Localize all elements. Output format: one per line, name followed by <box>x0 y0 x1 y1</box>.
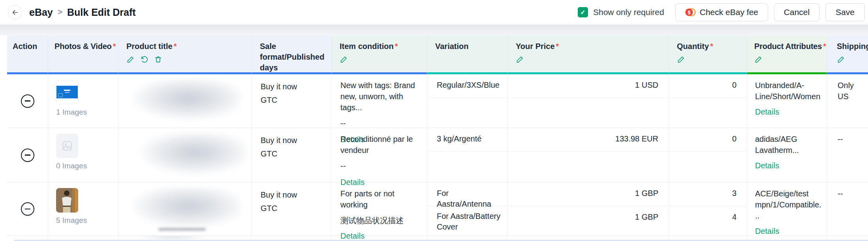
bulk-edit-table: Action Photos & Video* Product title* Sa… <box>7 36 868 241</box>
quantity-cell: 3 4 <box>669 183 747 235</box>
table-row: 0 Images Buy it now GTC Reconditionné pa… <box>7 128 868 183</box>
action-cell <box>7 74 48 128</box>
item-condition-cell: Reconditionné par le vendeur -- Details <box>332 128 427 182</box>
attributes-value: Unbranded/A-Line/Short/Women <box>755 80 821 102</box>
condition-value: New with tags: Brand new, unworn, with t… <box>340 80 422 113</box>
sale-format-cell: Buy it now GTC <box>252 128 332 182</box>
duration-value: GTC <box>261 201 327 215</box>
price-value: 133.98 EUR <box>508 128 669 152</box>
redacted-title-blur <box>158 228 206 231</box>
column-header-price: Your Price* <box>508 36 669 74</box>
column-header-action: Action <box>7 36 48 74</box>
page-background-band <box>0 24 868 36</box>
product-thumbnail[interactable] <box>56 134 78 158</box>
remove-row-button[interactable] <box>21 202 34 216</box>
table-row: 1 Images Buy it now GTC New with tags: B… <box>7 74 868 128</box>
required-asterisk: * <box>710 42 713 51</box>
duration-value: GTC <box>261 147 327 160</box>
edit-column-icon[interactable] <box>126 55 135 64</box>
quantity-value: 0 <box>669 74 747 98</box>
sale-format-cell: Buy it now GTC <box>252 183 332 235</box>
variation-cell: Regular/3XS/Blue <box>427 74 508 128</box>
cancel-button[interactable]: Cancel <box>774 3 819 21</box>
item-condition-cell: New with tags: Brand new, unworn, with t… <box>332 74 427 128</box>
edit-column-icon[interactable] <box>340 55 348 64</box>
required-asterisk: * <box>174 42 177 51</box>
column-header-quantity: Quantity* <box>669 36 747 74</box>
breadcrumb-ebay[interactable]: eBay <box>29 7 53 18</box>
attributes-details-link[interactable]: Details <box>755 106 779 117</box>
variation-value: For Aastra/Battery Cover <box>427 206 507 232</box>
price-cell: 1 GBP 1 GBP <box>508 183 669 235</box>
product-thumbnail[interactable] <box>56 188 78 213</box>
photos-cell: 1 Images <box>48 74 118 128</box>
thumbnail-image <box>56 86 78 98</box>
column-header-shipping: Shipping p <box>827 36 868 74</box>
column-header-condition: Item condition* <box>332 36 427 74</box>
remove-row-button[interactable] <box>21 149 34 162</box>
product-title-cell[interactable] <box>118 74 252 128</box>
undo-icon[interactable] <box>140 55 148 64</box>
price-value: 1 GBP <box>508 183 669 206</box>
remove-row-button[interactable] <box>21 94 34 108</box>
attributes-cell: Unbranded/A-Line/Short/Women Details <box>747 74 827 128</box>
column-header-attributes: Product Attributes* <box>747 36 827 74</box>
column-header-variation: Variation <box>427 36 508 74</box>
product-title-cell[interactable] <box>118 128 252 182</box>
condition-note: -- <box>340 160 422 171</box>
quantity-cell: 0 <box>669 74 747 128</box>
check-ebay-fee-button[interactable]: $ Check eBay fee <box>675 3 768 21</box>
redacted-title-blur <box>140 134 246 175</box>
action-cell <box>7 128 48 182</box>
product-title-cell[interactable] <box>118 183 252 235</box>
edit-column-icon[interactable] <box>677 55 685 64</box>
variation-value: For Aastra/Antenna <box>427 183 507 206</box>
sale-format-cell: Buy it now GTC <box>252 74 332 128</box>
quantity-cell: 0 <box>669 128 747 182</box>
attributes-details-link[interactable]: Details <box>755 160 779 171</box>
quantity-value: 4 <box>669 206 747 222</box>
trash-icon[interactable] <box>154 55 162 64</box>
photos-cell: 5 Images <box>48 183 118 235</box>
price-value: 1 GBP <box>508 206 669 222</box>
sale-format-value: Buy it now <box>261 80 327 93</box>
images-count-label: 1 Images <box>56 108 78 117</box>
back-button[interactable] <box>8 5 22 19</box>
attributes-details-link[interactable]: Details <box>755 226 779 237</box>
shipping-value: -- <box>838 134 866 145</box>
shipping-value: -- <box>838 188 866 199</box>
top-bar: eBay > Bulk Edit Draft ✓ Show only requi… <box>0 0 868 24</box>
item-condition-cell: For parts or not working 测试物品状况描述 Detail… <box>332 183 427 235</box>
table-row: 5 Images Buy it now GTC For parts or not… <box>7 183 868 236</box>
sale-format-value: Buy it now <box>261 134 327 147</box>
column-header-sale-format: Sale format/Published days <box>252 36 332 74</box>
check-ebay-fee-label: Check eBay fee <box>700 8 758 17</box>
condition-value: Reconditionné par le vendeur <box>340 134 422 156</box>
product-thumbnail[interactable] <box>56 80 78 104</box>
checkbox-checked-icon[interactable]: ✓ <box>578 7 588 17</box>
images-count-label: 0 Images <box>56 162 78 170</box>
photos-cell: 0 Images <box>48 128 118 182</box>
duration-value: GTC <box>261 93 327 107</box>
table-header-row: Action Photos & Video* Product title* Sa… <box>7 36 868 74</box>
condition-value: For parts or not working <box>340 188 422 210</box>
breadcrumb: eBay > Bulk Edit Draft <box>29 7 136 18</box>
minus-icon <box>25 154 30 155</box>
save-button[interactable]: Save <box>825 3 865 21</box>
svg-text:$: $ <box>688 9 691 15</box>
edit-column-icon[interactable] <box>516 55 524 64</box>
page-title: Bulk Edit Draft <box>67 7 136 18</box>
image-placeholder-icon <box>62 140 73 151</box>
action-cell <box>7 183 48 235</box>
minus-icon <box>25 209 30 209</box>
show-only-required-toggle[interactable]: ✓ Show only required <box>578 7 664 17</box>
show-only-required-label: Show only required <box>593 8 664 17</box>
required-asterisk: * <box>395 42 398 51</box>
edit-column-icon[interactable] <box>754 55 763 64</box>
arrow-left-icon <box>11 9 19 16</box>
edit-column-icon[interactable] <box>837 55 845 64</box>
attributes-cell: ACE/Beige/test mpn/1/Compatible... Detai… <box>747 183 827 235</box>
minus-icon <box>25 100 30 101</box>
shipping-cell: Only US <box>827 74 868 128</box>
attributes-value: adidas/AEG Lavatherm... <box>755 134 821 156</box>
